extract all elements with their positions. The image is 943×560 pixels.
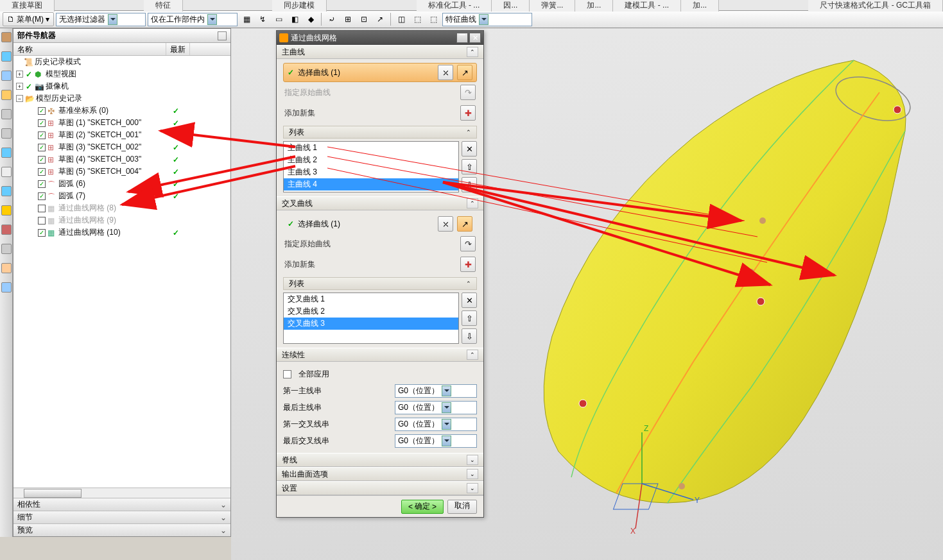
chevron-up-icon[interactable]: ⌃ bbox=[467, 47, 478, 57]
collapse-icon[interactable]: − bbox=[16, 95, 23, 102]
list-item[interactable]: 主曲线 2 bbox=[284, 154, 458, 166]
checkbox[interactable] bbox=[38, 168, 46, 176]
list-item[interactable]: 主曲线 3 bbox=[284, 166, 458, 178]
tab-sync[interactable]: 同步建模 bbox=[272, 0, 327, 12]
side-icon[interactable] bbox=[1, 186, 12, 196]
move-up-button[interactable]: ⇧ bbox=[462, 159, 477, 174]
foot-dependency[interactable]: 相依性⌄ bbox=[13, 498, 230, 511]
side-icon[interactable] bbox=[1, 205, 12, 216]
tb-icon[interactable]: ◫ bbox=[394, 12, 408, 26]
last-primary-dd[interactable]: G0（位置） bbox=[395, 401, 477, 414]
checkbox[interactable] bbox=[38, 156, 46, 164]
close-button[interactable]: ✕ bbox=[469, 33, 481, 43]
curve-rule-button[interactable]: ⤫ bbox=[438, 216, 453, 232]
tb-icon[interactable]: ↗ bbox=[373, 12, 387, 26]
list-item[interactable]: 交叉曲线 1 bbox=[284, 293, 458, 305]
section-settings[interactable]: 设置⌄ bbox=[277, 481, 483, 495]
origin-button[interactable]: ↷ bbox=[460, 236, 476, 251]
tab-std[interactable]: 标准化工具 - ... bbox=[417, 0, 492, 12]
side-icon[interactable] bbox=[1, 90, 12, 100]
tab-feature[interactable]: 特征 bbox=[144, 0, 183, 12]
delete-button[interactable]: ✕ bbox=[462, 293, 477, 308]
tab-spring[interactable]: 弹簧... bbox=[530, 0, 575, 12]
tb-icon[interactable]: ⬚ bbox=[426, 12, 440, 26]
col-update[interactable]: 最新 bbox=[166, 43, 190, 55]
section-spine[interactable]: 脊线⌄ bbox=[277, 453, 483, 467]
checkbox[interactable] bbox=[38, 192, 46, 200]
ok-button[interactable]: <确定> bbox=[401, 500, 444, 514]
move-down-button[interactable]: ⇩ bbox=[462, 177, 477, 192]
move-down-button[interactable]: ⇩ bbox=[462, 328, 477, 344]
select-cross-row[interactable]: ✓ 选择曲线 (1) ⤫ ↗ bbox=[283, 214, 477, 233]
tb-icon[interactable]: ⤾ bbox=[325, 12, 339, 26]
side-icon[interactable] bbox=[1, 167, 12, 177]
list-header[interactable]: 列表⌃ bbox=[283, 277, 477, 290]
curve-rule-button[interactable]: ⤫ bbox=[438, 65, 453, 80]
checkbox[interactable] bbox=[38, 119, 46, 127]
cancel-button[interactable]: 取消 bbox=[447, 500, 477, 514]
col-name[interactable]: 名称 bbox=[13, 43, 166, 55]
list-header[interactable]: 列表⌃ bbox=[283, 126, 477, 139]
section-cross[interactable]: 交叉曲线⌃ bbox=[277, 196, 483, 210]
tab-5[interactable]: 因... bbox=[492, 0, 530, 12]
side-icon[interactable] bbox=[1, 148, 12, 158]
first-cross-dd[interactable]: G0（位置） bbox=[395, 418, 477, 431]
tb-icon[interactable]: ▦ bbox=[239, 12, 254, 26]
h-scrollbar[interactable] bbox=[13, 488, 230, 498]
section-surface[interactable]: 输出曲面选项⌄ bbox=[277, 467, 483, 481]
checkbox[interactable] bbox=[38, 107, 46, 115]
menu-button[interactable]: 🗋菜单(M)▾ bbox=[3, 12, 54, 26]
tab-model[interactable]: 建模工具 - ... bbox=[613, 0, 681, 12]
tab-9[interactable]: 加... bbox=[681, 0, 719, 12]
expand-icon[interactable]: + bbox=[16, 71, 23, 78]
rollup-button[interactable]: ▔ bbox=[456, 33, 468, 43]
scope-dropdown[interactable]: 仅在工作部件内 bbox=[148, 13, 238, 26]
delete-button[interactable]: ✕ bbox=[462, 141, 477, 157]
add-set-button[interactable]: ✚ bbox=[460, 257, 476, 272]
foot-preview[interactable]: 预览⌄ bbox=[13, 523, 230, 536]
checkbox[interactable] bbox=[38, 132, 46, 139]
apply-all-checkbox[interactable] bbox=[283, 370, 291, 378]
filter-dropdown[interactable]: 无选择过滤器 bbox=[56, 13, 146, 26]
side-icon[interactable] bbox=[1, 244, 12, 254]
list-item[interactable]: 交叉曲线 3 bbox=[284, 318, 458, 330]
side-icon[interactable] bbox=[1, 71, 12, 81]
checkbox[interactable] bbox=[38, 205, 46, 212]
select-curve-row[interactable]: ✓ 选择曲线 (1) ⤫ ↗ bbox=[283, 63, 477, 82]
curve-origin-button[interactable]: ↗ bbox=[457, 216, 472, 232]
checkbox[interactable] bbox=[38, 217, 46, 225]
tb-icon[interactable]: ⊞ bbox=[341, 12, 355, 26]
section-continuity[interactable]: 连续性⌃ bbox=[277, 348, 483, 362]
side-icon[interactable] bbox=[1, 128, 12, 139]
curve-filter-dropdown[interactable]: 特征曲线 bbox=[442, 13, 532, 26]
cross-list[interactable]: 交叉曲线 1 交叉曲线 2 交叉曲线 3 bbox=[283, 293, 459, 344]
tb-icon[interactable]: ◧ bbox=[288, 12, 302, 26]
tb-icon[interactable]: ◆ bbox=[304, 12, 318, 26]
last-cross-dd[interactable]: G0（位置） bbox=[395, 434, 477, 448]
side-icon[interactable] bbox=[1, 109, 12, 119]
side-icon[interactable] bbox=[1, 225, 12, 235]
side-icon[interactable] bbox=[1, 263, 12, 273]
curve-origin-button[interactable]: ↗ bbox=[457, 65, 472, 80]
pin-icon[interactable] bbox=[218, 31, 227, 40]
tb-icon[interactable]: ▭ bbox=[272, 12, 286, 26]
tab-sketch[interactable]: 直接草图 bbox=[0, 0, 55, 12]
expand-icon[interactable]: + bbox=[16, 83, 23, 90]
side-icon[interactable] bbox=[1, 282, 12, 293]
tb-icon[interactable]: ↯ bbox=[255, 12, 270, 26]
first-primary-dd[interactable]: G0（位置） bbox=[395, 384, 477, 398]
origin-button[interactable]: ↷ bbox=[460, 85, 476, 100]
side-icon[interactable] bbox=[1, 51, 12, 62]
checkbox[interactable] bbox=[38, 180, 46, 188]
section-primary[interactable]: 主曲线⌃ bbox=[277, 45, 483, 59]
move-up-button[interactable]: ⇧ bbox=[462, 310, 477, 326]
checkbox[interactable] bbox=[38, 144, 46, 151]
list-item[interactable]: 主曲线 4 bbox=[284, 178, 458, 191]
foot-detail[interactable]: 细节⌄ bbox=[13, 511, 230, 523]
list-item[interactable]: 主曲线 1 bbox=[284, 142, 458, 154]
checkbox[interactable] bbox=[38, 229, 46, 237]
add-set-button[interactable]: ✚ bbox=[460, 105, 476, 121]
tb-icon[interactable]: ⬚ bbox=[410, 12, 424, 26]
tab-gc[interactable]: 尺寸快速格式化工具 - GC工具箱 bbox=[808, 0, 943, 12]
list-item[interactable]: 交叉曲线 2 bbox=[284, 305, 458, 318]
